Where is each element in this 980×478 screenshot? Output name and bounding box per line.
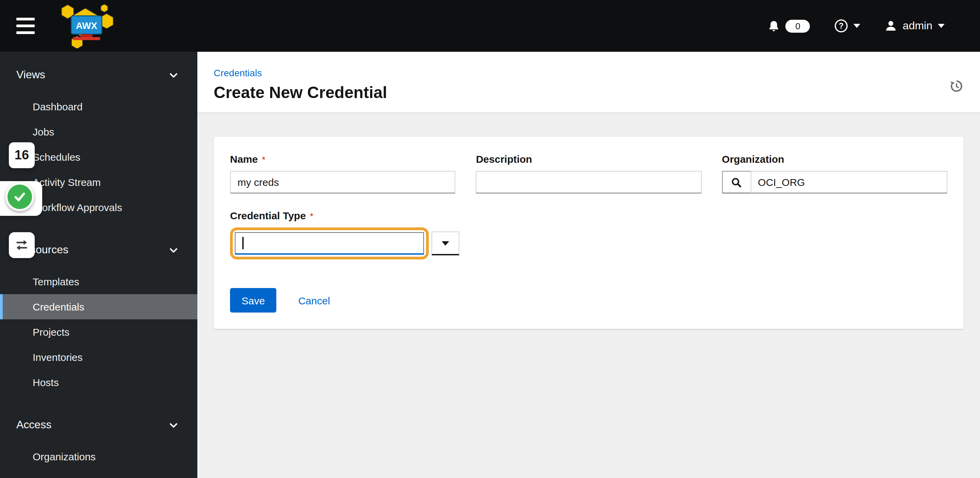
notifications-button[interactable]: 0 xyxy=(768,19,810,32)
page-body: Name * Description Organization xyxy=(197,112,980,329)
step-number-badge: 16 xyxy=(9,142,35,168)
save-button[interactable]: Save xyxy=(230,288,276,312)
masthead: AWX 0 ? xyxy=(0,0,980,52)
svg-text:?: ? xyxy=(839,21,844,30)
form-actions: Save Cancel xyxy=(230,288,947,312)
name-input[interactable] xyxy=(230,171,456,193)
page-title: Create New Credential xyxy=(214,82,964,103)
awx-application: AWX 0 ? xyxy=(0,0,980,478)
swap-arrows-icon xyxy=(14,237,29,253)
sidebar-item-projects[interactable]: Projects xyxy=(0,319,197,344)
sidebar-item-jobs[interactable]: Jobs xyxy=(0,119,197,144)
credential-type-row xyxy=(230,228,947,260)
masthead-actions: 0 ? admin xyxy=(768,19,980,33)
name-label: Name * xyxy=(230,153,456,165)
help-icon: ? xyxy=(835,19,848,33)
organization-lookup-button[interactable] xyxy=(722,171,751,193)
check-icon xyxy=(12,189,27,204)
chevron-down-icon xyxy=(169,247,178,252)
credential-type-field-group: Credential Type * xyxy=(230,210,947,260)
breadcrumb[interactable]: Credentials xyxy=(214,67,262,78)
sidebar-item-hosts[interactable]: Hosts xyxy=(0,370,197,395)
sidebar-nav: Views Dashboard Jobs Schedules Activity … xyxy=(0,52,197,478)
hamburger-icon xyxy=(16,24,35,27)
text-cursor xyxy=(242,237,243,249)
organization-label: Organization xyxy=(722,153,947,165)
nav-group-label: Access xyxy=(16,419,51,431)
user-name: admin xyxy=(903,20,932,32)
organization-field-group: Organization xyxy=(722,153,947,193)
notification-count-badge: 0 xyxy=(786,19,810,32)
hamburger-icon xyxy=(16,32,35,34)
credential-form-card: Name * Description Organization xyxy=(214,137,964,329)
awx-logo-graphic: AWX xyxy=(53,3,121,48)
help-menu-button[interactable]: ? xyxy=(835,19,861,33)
sidebar-item-templates[interactable]: Templates xyxy=(0,269,197,294)
history-icon xyxy=(950,79,964,93)
user-menu-button[interactable]: admin xyxy=(885,20,945,32)
tutorial-highlight-ring xyxy=(230,228,429,260)
credential-type-dropdown-toggle[interactable] xyxy=(431,231,460,255)
hamburger-icon xyxy=(16,18,35,20)
sidebar-item-dashboard[interactable]: Dashboard xyxy=(0,94,197,119)
awx-logo[interactable]: AWX xyxy=(53,0,121,52)
brand-text: AWX xyxy=(76,21,98,31)
nav-group-resources: Resources Templates Credentials Projects… xyxy=(0,237,197,395)
description-input[interactable] xyxy=(476,171,702,193)
organization-input-group xyxy=(722,171,947,193)
nav-group-header-views[interactable]: Views xyxy=(0,63,197,87)
chevron-down-icon xyxy=(169,73,178,77)
chevron-down-icon xyxy=(854,24,861,28)
chevron-down-icon xyxy=(938,24,945,28)
chevron-down-icon xyxy=(169,422,178,427)
description-label: Description xyxy=(476,153,702,165)
credential-type-label: Credential Type * xyxy=(230,210,947,221)
page-header: Credentials Create New Credential xyxy=(197,52,980,112)
cancel-button[interactable]: Cancel xyxy=(298,295,330,306)
nav-toggle-button[interactable] xyxy=(16,18,37,34)
credential-type-input[interactable] xyxy=(235,232,424,255)
history-button[interactable] xyxy=(950,79,964,95)
nav-group-header-access[interactable]: Access xyxy=(0,413,197,437)
search-icon xyxy=(731,177,742,188)
nav-group-label: Views xyxy=(16,69,45,81)
swap-overlay-button[interactable] xyxy=(9,232,35,258)
user-icon xyxy=(885,20,897,32)
required-asterisk: * xyxy=(310,211,313,221)
sidebar-item-credentials[interactable]: Credentials xyxy=(0,294,197,319)
main-content: Credentials Create New Credential Name * xyxy=(197,52,980,478)
caret-down-icon xyxy=(442,241,449,245)
form-row-1: Name * Description Organization xyxy=(230,153,947,193)
sidebar-item-organizations[interactable]: Organizations xyxy=(0,444,197,469)
description-field-group: Description xyxy=(476,153,702,193)
sidebar-item-inventories[interactable]: Inventories xyxy=(0,344,197,370)
organization-input[interactable] xyxy=(750,171,947,193)
name-field-group: Name * xyxy=(230,153,456,193)
success-check-badge xyxy=(5,182,34,211)
bell-icon xyxy=(768,19,780,32)
required-asterisk: * xyxy=(262,155,266,165)
nav-group-access: Access Organizations xyxy=(0,413,197,469)
